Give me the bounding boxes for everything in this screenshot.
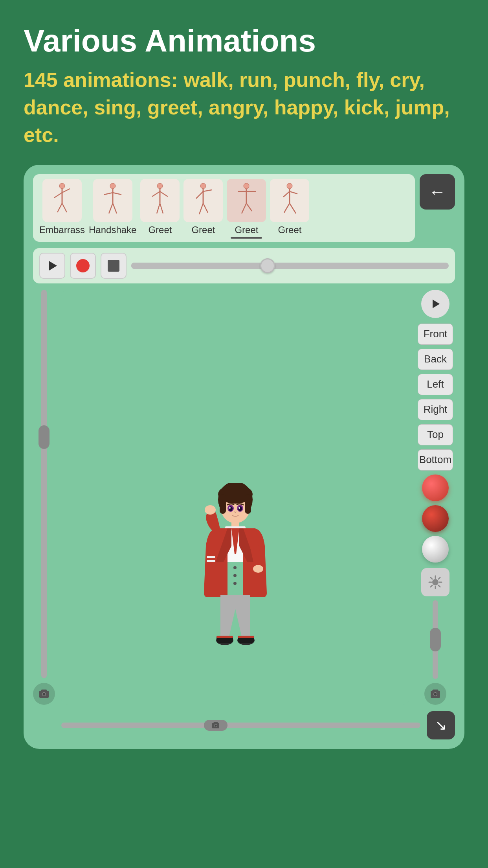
main-title: Various Animations (24, 24, 464, 58)
front-view-button[interactable]: Front (418, 324, 453, 345)
back-arrow-icon: ← (429, 182, 446, 202)
light-ball-white[interactable] (422, 536, 449, 563)
anim-item-greet3[interactable]: Greet (227, 179, 266, 239)
light-ball-red[interactable] (422, 474, 449, 501)
viewport-area: Front Back Left Right Top Bottom (33, 290, 455, 705)
anim-item-greet4[interactable]: Greet (270, 179, 309, 239)
bottom-view-button[interactable]: Bottom (418, 449, 453, 471)
svg-line-22 (199, 203, 203, 214)
svg-point-78 (215, 725, 216, 726)
svg-point-63 (233, 574, 237, 577)
anim-item-embarrass[interactable]: Embarrass (39, 179, 85, 239)
left-view-button[interactable]: Left (418, 374, 453, 395)
svg-point-12 (157, 183, 163, 189)
svg-line-8 (104, 193, 113, 195)
svg-rect-42 (220, 494, 226, 514)
svg-line-11 (113, 203, 117, 213)
svg-line-5 (62, 203, 67, 212)
anim-thumb-handshake (93, 179, 132, 222)
svg-point-38 (43, 693, 46, 695)
svg-point-58 (229, 506, 233, 511)
top-row: Embarrass Handshake (33, 174, 455, 242)
svg-point-62 (233, 566, 237, 569)
right-camera-button[interactable] (424, 683, 446, 705)
bottom-row: ↘ (33, 711, 455, 739)
svg-rect-47 (207, 560, 215, 562)
svg-line-73 (438, 577, 440, 579)
stop-button[interactable] (101, 253, 127, 279)
progress-thumb[interactable] (260, 258, 275, 273)
right-vertical-slider[interactable] (433, 600, 438, 679)
svg-point-61 (238, 507, 240, 509)
svg-point-60 (229, 507, 231, 509)
viewport-canvas (61, 290, 409, 705)
svg-line-20 (196, 191, 203, 199)
record-button[interactable] (70, 253, 96, 279)
svg-line-14 (152, 191, 160, 197)
svg-point-24 (244, 183, 249, 189)
svg-line-32 (283, 191, 290, 197)
left-controls (33, 290, 55, 705)
svg-rect-55 (238, 636, 254, 638)
anim-label-embarrass: Embarrass (39, 224, 85, 235)
reset-corner-icon: ↘ (435, 717, 447, 734)
bottom-slider-thumb[interactable] (204, 720, 227, 731)
playback-row (33, 248, 455, 283)
brightness-button[interactable] (421, 568, 449, 596)
top-view-button[interactable]: Top (418, 424, 453, 445)
right-play-button[interactable] (421, 290, 449, 318)
svg-point-76 (434, 693, 437, 695)
svg-point-30 (287, 183, 292, 189)
bottom-horizontal-slider[interactable] (61, 723, 420, 728)
svg-line-15 (160, 191, 168, 197)
svg-line-29 (246, 203, 252, 211)
svg-point-18 (200, 183, 206, 189)
light-ball-dark-red[interactable] (422, 505, 449, 532)
anim-thumb-greet2 (183, 179, 223, 222)
header-section: Various Animations 145 animations: walk,… (24, 24, 464, 149)
svg-line-17 (160, 203, 163, 213)
stop-square-icon (108, 260, 119, 272)
record-dot-icon (76, 259, 90, 272)
left-camera-button[interactable] (33, 683, 55, 705)
app-panel: Embarrass Handshake (24, 165, 464, 749)
svg-point-64 (233, 582, 237, 585)
anim-thumb-greet4 (270, 179, 309, 222)
anim-item-greet1[interactable]: Greet (140, 179, 180, 239)
anim-label-greet2: Greet (191, 224, 215, 235)
svg-line-2 (54, 193, 62, 198)
anim-item-greet2[interactable]: Greet (183, 179, 223, 239)
back-button[interactable]: ← (420, 174, 455, 210)
svg-line-28 (242, 203, 246, 213)
svg-line-3 (62, 189, 70, 193)
svg-rect-54 (216, 636, 233, 638)
anim-label-greet4: Greet (278, 224, 301, 235)
right-slider-area (433, 600, 438, 679)
svg-point-49 (253, 565, 263, 573)
back-view-button[interactable]: Back (418, 349, 453, 370)
left-slider-thumb[interactable] (39, 425, 50, 449)
reset-corner-button[interactable]: ↘ (427, 711, 455, 739)
progress-bar[interactable] (131, 263, 449, 269)
subtitle: 145 animations: walk, run, punch, fly, c… (24, 66, 464, 149)
svg-line-34 (284, 203, 290, 213)
right-slider-thumb[interactable] (430, 628, 441, 651)
svg-line-23 (203, 203, 208, 213)
left-vertical-slider[interactable] (41, 290, 47, 678)
svg-point-6 (110, 183, 116, 189)
svg-line-72 (438, 585, 440, 587)
right-controls: Front Back Left Right Top Bottom (416, 290, 455, 705)
svg-line-10 (109, 203, 113, 213)
character-figure (192, 483, 279, 673)
animations-strip: Embarrass Handshake (33, 174, 415, 242)
right-view-button[interactable]: Right (418, 399, 453, 420)
play-button[interactable] (39, 253, 65, 279)
svg-point-59 (238, 506, 242, 511)
svg-point-0 (59, 183, 65, 189)
svg-point-66 (432, 579, 438, 585)
svg-line-33 (290, 191, 297, 194)
anim-item-handshake[interactable]: Handshake (89, 179, 136, 239)
svg-line-16 (157, 203, 160, 213)
svg-marker-36 (49, 261, 57, 270)
anim-label-handshake: Handshake (89, 224, 136, 235)
